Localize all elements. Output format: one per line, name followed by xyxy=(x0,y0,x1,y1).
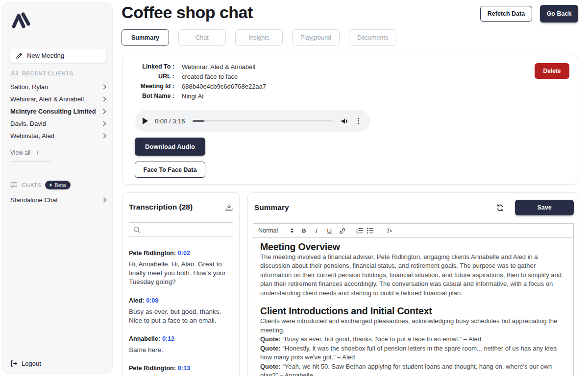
audio-menu-icon[interactable]: ⋮ xyxy=(355,117,362,125)
info-value: created face to face xyxy=(182,73,238,80)
client-name: Davis, David xyxy=(10,120,46,127)
download-icon[interactable] xyxy=(225,203,233,212)
delete-button[interactable]: Delete xyxy=(535,63,569,79)
meeting-info-fields: Linked To : Webinrar, Aled & Annabell UR… xyxy=(123,62,266,101)
refresh-icon[interactable] xyxy=(496,204,504,212)
audio-progress-thumb[interactable] xyxy=(193,120,204,122)
refetch-data-button[interactable]: Refetch Data xyxy=(480,6,532,22)
timestamp-link[interactable]: 0:13 xyxy=(178,365,190,372)
save-button[interactable]: Save xyxy=(515,200,574,215)
go-back-button[interactable]: Go Back xyxy=(540,5,578,23)
quote-label: Quote: xyxy=(260,345,281,352)
summary-overview-text: The meeting involved a financial adviser… xyxy=(260,253,566,298)
summary-heading-overview: Meeting Overview xyxy=(260,241,566,253)
editor-scrollbar[interactable] xyxy=(571,238,571,376)
rich-text-editor[interactable]: Normal B I U 123 Tx Meeting Overview The… xyxy=(253,223,574,376)
face-to-face-data-button[interactable]: Face To Face Data xyxy=(135,162,205,178)
chat-list: Standalone Chat xyxy=(10,194,106,206)
info-label: Linked To : xyxy=(123,63,174,70)
summary-heading-introductions: Client Introductions and Initial Context xyxy=(260,306,566,317)
format-select[interactable]: Normal xyxy=(258,225,296,236)
search-input[interactable] xyxy=(144,226,230,234)
audio-progress-bar[interactable] xyxy=(193,120,333,121)
transcription-message: Pete Ridlington:0:02 Hi, Annabelle. Hi, … xyxy=(129,250,233,287)
message-text: Busy as ever, but good, thanks. Nice to … xyxy=(129,307,233,325)
summary-title: Summary xyxy=(254,203,289,212)
summary-quote-line: Quote: “Busy as ever, but good, thanks. … xyxy=(260,335,566,344)
quote-label: Quote: xyxy=(260,335,281,343)
sidebar-item-client[interactable]: Salton, Rylan xyxy=(10,81,106,93)
pencil-icon xyxy=(16,52,23,59)
sidebar-item-client[interactable]: Webinrar, Aled & Annabell xyxy=(10,93,106,105)
beta-badge: ★ Beta xyxy=(45,181,71,189)
svg-text:3: 3 xyxy=(356,232,358,234)
chevron-right-icon xyxy=(103,197,106,203)
italic-button[interactable]: I xyxy=(311,225,322,236)
tab-documents[interactable]: Documents xyxy=(349,29,396,46)
tab-summary[interactable]: Summary xyxy=(122,29,169,46)
app-logo-icon xyxy=(9,9,32,30)
chevron-right-icon xyxy=(103,121,106,126)
client-name: Salton, Rylan xyxy=(10,83,48,91)
quote-label: Quote: xyxy=(260,363,281,370)
recent-clients-header: RECENT CLIENTS xyxy=(10,70,73,76)
quote-text: “Busy as ever, but good, thanks. Nice to… xyxy=(283,335,481,343)
transcription-panel: Transcription (28) Pete Ridlington:0:02 … xyxy=(122,192,240,376)
sidebar-item-client[interactable]: Webinstar, Aled xyxy=(10,130,106,142)
info-label: Bot Name : xyxy=(123,93,174,99)
sidebar-item-standalone-chat[interactable]: Standalone Chat xyxy=(10,194,106,206)
download-audio-button[interactable]: Download Audio xyxy=(135,138,205,156)
transcription-message: Aled:0:08 Busy as ever, but good, thanks… xyxy=(129,297,233,325)
client-list: Salton, Rylan Webinrar, Aled & Annabell … xyxy=(10,81,106,142)
logout-button[interactable]: Logout xyxy=(10,360,41,367)
message-text: Hi, Annabelle. Hi, Alan. Great to finall… xyxy=(129,260,233,287)
bullet-list-button[interactable] xyxy=(365,225,376,236)
transcription-search[interactable] xyxy=(129,222,233,237)
speaker-name: Pete Ridlington: xyxy=(129,250,176,257)
timestamp-link[interactable]: 0:02 xyxy=(178,250,190,257)
editor-content[interactable]: Meeting Overview The meeting involved a … xyxy=(253,238,573,376)
client-name: Webinstar, Aled xyxy=(10,132,54,140)
info-row: URL : created face to face xyxy=(123,71,266,81)
summary-quote-line: Quote: “Yeah, we hit 50. Saw Bethan appl… xyxy=(260,362,566,376)
chats-label: CHATS xyxy=(22,182,41,188)
chevron-right-icon xyxy=(103,133,106,139)
people-icon xyxy=(10,70,18,76)
client-name: McIntyre Consulting Limited xyxy=(10,108,96,115)
tab-insights[interactable]: Insights xyxy=(235,29,283,46)
audio-player[interactable]: 0:00 / 3:16 ⋮ xyxy=(135,110,370,132)
speaker-name: Aled: xyxy=(129,297,144,304)
select-arrows-icon xyxy=(291,228,294,233)
timestamp-link[interactable]: 0:12 xyxy=(162,335,174,342)
info-value: Ningi Ai xyxy=(182,93,203,100)
chat-item-name: Standalone Chat xyxy=(10,196,58,204)
new-meeting-label: New Meeting xyxy=(27,52,64,59)
chevron-right-icon xyxy=(103,109,106,114)
new-meeting-button[interactable]: New Meeting xyxy=(9,48,106,63)
ordered-list-button[interactable]: 123 xyxy=(354,225,365,236)
bold-button[interactable]: B xyxy=(298,225,309,236)
tab-playground[interactable]: Playground xyxy=(292,29,340,46)
chevron-right-icon xyxy=(103,84,106,90)
transcription-message: Annabelle:0:12 Same here. xyxy=(129,335,233,354)
summary-intro-text: Clients were introduced and exchanged pl… xyxy=(260,317,566,335)
view-all-link[interactable]: View all + xyxy=(10,149,51,162)
timestamp-link[interactable]: 0:08 xyxy=(146,297,158,304)
transcription-message: Pete Ridlington:0:13 Chris. xyxy=(129,365,233,376)
info-value: 688b40e4cb9c6d6768e22aa7 xyxy=(182,83,266,90)
play-icon[interactable] xyxy=(143,118,148,124)
sidebar-item-client[interactable]: Davis, David xyxy=(10,118,106,130)
link-button[interactable] xyxy=(337,225,347,236)
clear-formatting-button[interactable]: Tx xyxy=(384,225,394,236)
transcription-title: Transcription (28) xyxy=(129,203,193,212)
tab-chat[interactable]: Chat xyxy=(178,29,226,46)
volume-icon[interactable] xyxy=(341,118,349,125)
sidebar: New Meeting RECENT CLIENTS Salton, Rylan… xyxy=(2,2,113,374)
underline-button[interactable]: U xyxy=(324,225,335,236)
meeting-info-card: Linked To : Webinrar, Aled & Annabell UR… xyxy=(122,55,578,185)
sidebar-item-client-active[interactable]: McIntyre Consulting Limited xyxy=(10,105,106,118)
info-label: URL : xyxy=(123,73,174,80)
plus-icon: + xyxy=(35,149,39,157)
beta-label: Beta xyxy=(55,182,66,188)
transcription-message-list: Pete Ridlington:0:02 Hi, Annabelle. Hi, … xyxy=(128,250,234,376)
